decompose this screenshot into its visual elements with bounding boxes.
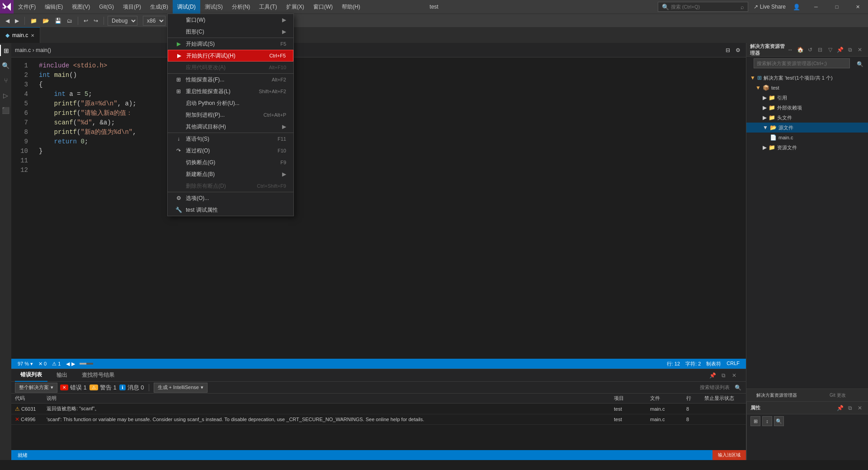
toolbar-forward-btn[interactable]: ▶ [13,16,21,26]
menu-start-debug-item[interactable]: ▶ 开始调试(S) F5 [168,38,293,50]
table-row[interactable]: ✕ C4996 'scanf': This function or variab… [11,414,746,425]
code-area[interactable]: 12345 678910 1112 #include <stdio.h> int… [11,57,746,359]
menu-step-over-item[interactable]: ↷ 逐过程(O) F10 [168,145,293,157]
close-button[interactable]: ✕ [847,0,868,14]
col-code[interactable]: 代码 [11,394,43,404]
toolbar-save-all-btn[interactable]: 🗂 [65,16,74,26]
editor-settings-btn[interactable]: ⚙ [734,45,742,55]
status-format[interactable]: 制表符 [703,361,724,367]
find-results-tab[interactable]: 查找符号结果 [76,369,120,382]
menu-debug[interactable]: 调试(D) [173,0,200,14]
error-panel-pin-btn[interactable]: 📌 [708,371,717,380]
menu-new-bp-item[interactable]: 新建断点(B) ▶ [168,168,293,180]
nav-forward-icon[interactable]: ▶ [71,361,75,367]
output-tab[interactable]: 输出 [51,369,73,382]
arch-select[interactable]: x86 [143,16,165,26]
status-errors[interactable]: ✕ 0 [36,359,49,369]
col-line[interactable]: 行 [683,394,701,404]
menu-step-into-item[interactable]: ↓ 逐语句(S) F11 [168,133,293,145]
tree-solution[interactable]: ▼ ⊞ 解决方案 'test'(1个项目/共 1 个) [746,73,868,83]
col-desc[interactable]: 说明 [43,394,610,404]
toolbar-open-btn[interactable]: 📂 [41,16,51,26]
config-select[interactable]: Debug [108,16,137,26]
tree-project[interactable]: ▼ 📦 test [746,83,868,93]
status-warnings[interactable]: ⚠ 1 [49,359,63,369]
search-input[interactable] [671,4,739,9]
sol-sync-btn[interactable]: ↔ [786,45,795,54]
activity-source-control[interactable]: ⑂ [0,75,11,86]
sol-home-btn[interactable]: 🏠 [796,45,805,54]
tree-ext-deps[interactable]: ▶ 📁 外部依赖项 [746,103,868,113]
activity-explorer[interactable]: ⊞ [0,45,11,56]
activity-search[interactable]: 🔍 [0,60,11,71]
search-error-btn[interactable]: 🔍 [733,383,742,392]
toolbar-new-project-btn[interactable]: 📁 [28,16,39,26]
menu-perf-item[interactable]: ⊞ 性能探查器(F)... Alt+F2 [168,74,293,85]
prop-dock-btn[interactable]: ⧉ [845,404,854,413]
editor-scrollbar[interactable] [742,57,746,359]
prop-close-btn[interactable]: ✕ [855,404,864,413]
status-zoom[interactable]: 97 % ▾ [15,359,36,369]
menu-options-item[interactable]: ⚙ 选项(O)... [168,192,293,204]
tree-headers[interactable]: ▶ 📁 头文件 [746,113,868,123]
nav-back-icon[interactable]: ◀ [66,361,70,367]
message-count-filter[interactable]: ℹ 消息 0 [119,384,144,392]
error-list-tab[interactable]: 错误列表 [15,369,47,382]
live-share-button[interactable]: ↗ Live Share [750,4,789,10]
sol-search-btn[interactable]: 🔍 [855,60,864,69]
table-row[interactable]: ⚠ C6031 返回值被忽略: "scanf"。 test main.c 8 [11,404,746,414]
col-file[interactable]: 文件 [646,394,683,404]
sol-close-btn[interactable]: ✕ [855,45,864,54]
sol-refresh-btn[interactable]: ↺ [806,45,815,54]
menu-debug-props-item[interactable]: 🔧 test 调试属性 [168,204,293,216]
menu-project[interactable]: 项目(P) [118,0,146,14]
sol-tab-git[interactable]: Git 更改 [807,389,868,401]
col-suppress[interactable]: 禁止显示状态 [701,394,746,404]
toolbar-save-btn[interactable]: 💾 [53,16,63,26]
menu-window-item[interactable]: 窗口(W) ▶ [168,14,293,26]
menu-python-item[interactable]: 启动 Python 分析(U)... [168,97,293,109]
error-panel-close-btn[interactable]: ✕ [730,371,739,380]
maximize-button[interactable]: □ [826,0,847,14]
code-content[interactable]: #include <stdio.h> int main() { int a = … [32,57,742,359]
tab-close-btn[interactable]: ✕ [31,33,34,38]
prop-grid-btn[interactable]: ⊞ [750,416,760,426]
menu-view[interactable]: 视图(V) [67,0,94,14]
sol-tab-explorer[interactable]: 解决方案资源管理器 [746,389,807,401]
prop-search-btn[interactable]: 🔍 [774,416,784,426]
menu-git[interactable]: Git(G) [94,0,118,14]
search-submit-icon[interactable]: ⌕ [741,4,744,10]
menu-start-no-debug-item[interactable]: ▶ 开始执行(不调试)(H) Ctrl+F5 [168,50,293,62]
prop-pin-btn[interactable]: 📌 [835,404,844,413]
prop-sort-btn[interactable]: ↕ [762,416,772,426]
activity-debug[interactable]: ▷ [0,90,11,101]
menu-relaunch-perf-item[interactable]: ⊞ 重启性能探查器(L) Shift+Alt+F2 [168,85,293,97]
error-panel-dock-btn[interactable]: ⧉ [719,371,728,380]
tree-sources[interactable]: ▼ 📂 源文件 [746,123,868,133]
tree-refs[interactable]: ▶ 📁 引用 [746,93,868,103]
sol-collapse-btn[interactable]: ⊟ [816,45,825,54]
menu-analyze[interactable]: 分析(N) [227,0,255,14]
menu-test[interactable]: 测试(S) [200,0,227,14]
menu-build[interactable]: 生成(B) [146,0,173,14]
menu-edit[interactable]: 编辑(E) [40,0,67,14]
tree-main-c[interactable]: 📄 main.c [746,133,868,142]
sol-filter-btn[interactable]: ▽ [826,45,835,54]
sol-pin-btn[interactable]: 📌 [835,45,844,54]
warning-count-filter[interactable]: ⚠ 警告 1 [90,384,117,392]
menu-file[interactable]: 文件(F) [14,0,40,14]
sol-dock-btn[interactable]: ⧉ [845,45,854,54]
menu-extend[interactable]: 扩展(X) [282,0,309,14]
status-line[interactable]: 行: 12 [664,361,683,367]
error-count-filter[interactable]: ✕ 错误 1 [60,384,87,392]
status-col[interactable]: 字符: 2 [683,361,703,367]
scope-filter[interactable]: 整个解决方案 ▾ [15,383,57,393]
menu-other-targets-item[interactable]: 其他调试目标(H) ▶ [168,121,293,133]
sol-search-input[interactable] [754,58,850,68]
user-icon[interactable]: 👤 [791,4,802,10]
activity-extensions[interactable]: ⬛ [0,104,11,116]
toolbar-redo-btn[interactable]: ↪ [92,16,100,26]
status-encoding[interactable]: CRLF [724,361,742,366]
menu-toggle-bp-item[interactable]: 切换断点(G) F9 [168,157,293,168]
menu-graphics-item[interactable]: 图形(C) ▶ [168,26,293,38]
